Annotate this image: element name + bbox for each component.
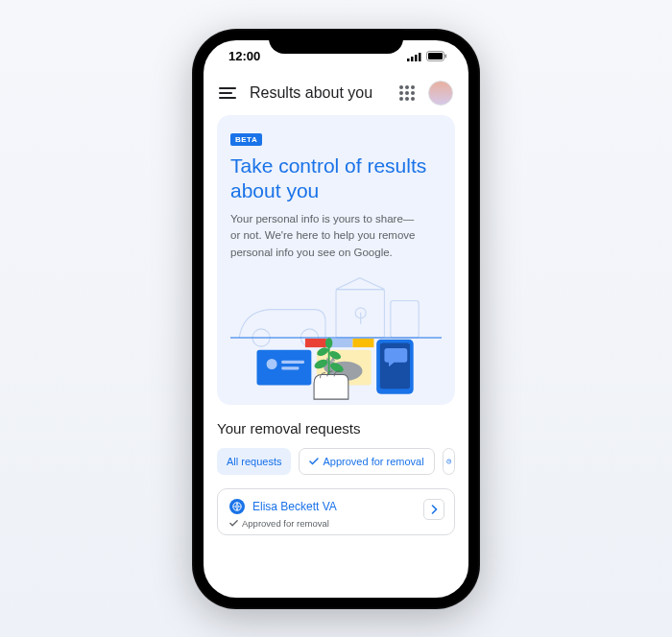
- expand-button[interactable]: [423, 499, 444, 520]
- content: BETA Take control of results about you Y…: [204, 115, 468, 598]
- hero-card: BETA Take control of results about you Y…: [217, 115, 455, 405]
- svg-rect-1: [411, 57, 414, 61]
- phone-frame: 12:00 Results about you BETA Take contro…: [192, 29, 480, 609]
- svg-rect-6: [445, 55, 447, 59]
- request-name: Elisa Beckett VA: [252, 500, 337, 513]
- pencil-check-icon: [309, 457, 319, 466]
- screen: 12:00 Results about you BETA Take contro…: [204, 40, 468, 598]
- svg-rect-21: [281, 366, 299, 369]
- battery-icon: [426, 51, 447, 61]
- menu-icon[interactable]: [219, 87, 236, 99]
- svg-rect-0: [407, 59, 410, 61]
- svg-rect-17: [352, 339, 373, 347]
- svg-rect-5: [428, 53, 443, 59]
- avatar[interactable]: [428, 81, 453, 106]
- hero-title: Take control of results about you: [230, 153, 442, 204]
- phone-notch: [269, 29, 403, 54]
- removal-request-card[interactable]: Elisa Beckett VA Approved for removal: [217, 488, 455, 535]
- chip-overflow[interactable]: [443, 448, 455, 475]
- chip-approved-label: Approved for removal: [323, 456, 423, 467]
- svg-rect-11: [391, 300, 419, 338]
- check-icon: [229, 519, 238, 528]
- chip-approved[interactable]: Approved for removal: [299, 448, 434, 475]
- svg-point-34: [325, 338, 332, 348]
- chevron-right-icon: [431, 505, 438, 514]
- svg-rect-2: [415, 55, 418, 61]
- chip-all-requests[interactable]: All requests: [217, 448, 291, 475]
- hero-body: Your personal info is yours to share— or…: [230, 211, 442, 261]
- apps-grid-icon[interactable]: [399, 85, 415, 101]
- svg-rect-15: [305, 339, 326, 347]
- app-header: Results about you: [204, 73, 468, 115]
- hero-illustration: [230, 271, 442, 405]
- page-title: Results about you: [250, 84, 386, 102]
- status-indicators: [407, 51, 447, 61]
- status-time: 12:00: [228, 49, 260, 63]
- svg-rect-20: [281, 361, 304, 364]
- svg-point-19: [267, 359, 277, 369]
- request-status-label: Approved for removal: [242, 518, 329, 529]
- section-title: Your removal requests: [217, 420, 455, 436]
- request-status: Approved for removal: [229, 518, 443, 529]
- svg-rect-3: [419, 53, 421, 61]
- svg-marker-8: [336, 277, 384, 289]
- beta-badge: BETA: [230, 133, 262, 146]
- clock-icon: [446, 457, 451, 466]
- globe-icon: [229, 499, 245, 514]
- signal-icon: [407, 52, 422, 61]
- filter-chips: All requests Approved for removal: [217, 448, 455, 475]
